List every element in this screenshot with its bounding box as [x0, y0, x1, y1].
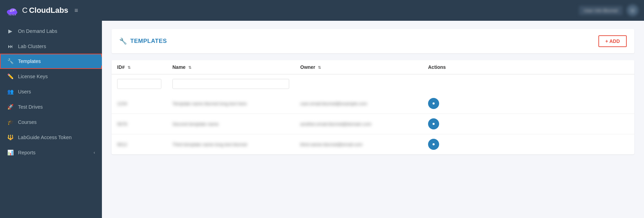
name-value-2: Second template name [172, 121, 219, 127]
user-avatar[interactable]: U [627, 4, 638, 16]
sidebar-label-test-drives: Test Drives [18, 104, 43, 110]
action-dot-1 [433, 102, 435, 105]
cell-owner-2: another.email.blurred@domain.com [295, 114, 423, 134]
action-dot-3 [433, 143, 435, 145]
cell-name-2: Second template name [167, 114, 295, 134]
rocket-icon: 🚀 [7, 104, 14, 110]
cluster-icon: ⏭ [7, 43, 14, 49]
table-filter-row [112, 74, 634, 94]
license-icon: ✏️ [7, 73, 14, 80]
sidebar-item-test-drives[interactable]: 🚀 Test Drives [0, 99, 102, 115]
page-title-area: 🔧 TEMPLATES [119, 37, 167, 45]
action-button-1[interactable] [428, 98, 439, 109]
svg-point-11 [11, 11, 12, 11]
cell-owner-3: third.owner.blurred@email.com [295, 134, 423, 155]
sidebar-item-courses[interactable]: 🎓 Courses [0, 115, 102, 130]
cell-actions-2 [423, 114, 634, 134]
cell-owner-1: user.email.blurred@example.com [295, 93, 423, 114]
col-header-name[interactable]: Name ⇅ [167, 60, 295, 74]
svg-point-12 [14, 10, 15, 11]
top-header: CCloudLabs ≡ User Info Blurred U [0, 0, 644, 21]
svg-rect-4 [9, 14, 10, 16]
sidebar-item-license-keys[interactable]: ✏️ License Keys [0, 69, 102, 84]
hamburger-icon[interactable]: ≡ [75, 7, 78, 14]
svg-rect-5 [10, 14, 11, 16]
reports-collapse-icon: ‹ [94, 150, 95, 155]
owner-value-3: third.owner.blurred@email.com [300, 142, 362, 147]
action-button-2[interactable] [428, 118, 439, 129]
sidebar-label-license-keys: License Keys [18, 74, 48, 79]
user-info: User Info Blurred [579, 6, 623, 15]
id-value-2: 5678 [117, 121, 127, 127]
header-right: User Info Blurred U [579, 4, 638, 16]
courses-icon: 🎓 [7, 119, 14, 125]
users-icon: 👥 [7, 89, 14, 95]
sidebar: ▶ On Demand Labs ⏭ Lab Clusters 🔧 Templa… [0, 21, 102, 218]
name-value-3: Third template name long text blurred [172, 142, 247, 147]
filter-cell-id [112, 74, 167, 94]
sort-name-icon: ⇅ [188, 65, 191, 70]
cell-name-3: Third template name long text blurred [167, 134, 295, 155]
token-icon: 🔱 [7, 134, 14, 140]
sidebar-label-courses: Courses [18, 119, 37, 125]
sort-owner-icon: ⇅ [318, 65, 321, 70]
page-title-icon: 🔧 [119, 37, 127, 45]
cell-id-1: 1234 [112, 93, 167, 114]
page-header: 🔧 TEMPLATES + ADD [112, 29, 634, 53]
svg-rect-8 [15, 14, 16, 16]
sidebar-item-lab-clusters[interactable]: ⏭ Lab Clusters [0, 39, 102, 54]
sidebar-label-on-demand-labs: On Demand Labs [18, 28, 57, 34]
id-value-3: 9012 [117, 142, 127, 147]
page-title: TEMPLATES [130, 38, 167, 45]
sidebar-item-templates[interactable]: 🔧 Templates [0, 54, 102, 69]
templates-table: ID# ⇅ Name ⇅ Owner ⇅ Actions [112, 60, 634, 154]
main-content: 🔧 TEMPLATES + ADD ID# ⇅ Name ⇅ [102, 21, 644, 218]
action-dot-2 [433, 123, 435, 125]
sidebar-item-users[interactable]: 👥 Users [0, 84, 102, 99]
col-header-actions: Actions [423, 60, 634, 74]
table-header-row: ID# ⇅ Name ⇅ Owner ⇅ Actions [112, 60, 634, 74]
name-value-1: Template name blurred long text here [172, 101, 247, 106]
cell-id-2: 5678 [112, 114, 167, 134]
cell-name-1: Template name blurred long text here [167, 93, 295, 114]
sidebar-item-labguide-access-token[interactable]: 🔱 LabGuide Access Token [0, 130, 102, 145]
filter-cell-actions [423, 74, 634, 94]
sidebar-label-lab-clusters: Lab Clusters [18, 44, 46, 49]
col-header-id[interactable]: ID# ⇅ [112, 60, 167, 74]
table-row: 9012 Third template name long text blurr… [112, 134, 634, 155]
cell-actions-1 [423, 93, 634, 114]
sidebar-label-labguide-access-token: LabGuide Access Token [18, 135, 72, 140]
cell-actions-3 [423, 134, 634, 155]
reports-icon: 📊 [7, 149, 14, 156]
cell-id-3: 9012 [112, 134, 167, 155]
logo-area: CCloudLabs ≡ [6, 4, 78, 17]
filter-input-name[interactable] [172, 79, 289, 89]
svg-rect-7 [13, 14, 15, 16]
filter-cell-name [167, 74, 295, 94]
owner-value-2: another.email.blurred@domain.com [300, 121, 371, 127]
id-value-1: 1234 [117, 101, 127, 106]
main-layout: ▶ On Demand Labs ⏭ Lab Clusters 🔧 Templa… [0, 21, 644, 218]
wrench-icon: 🔧 [7, 58, 14, 64]
play-icon: ▶ [7, 28, 14, 34]
sidebar-label-reports: Reports [18, 150, 36, 155]
svg-rect-6 [12, 14, 13, 16]
filter-input-id[interactable] [117, 79, 161, 89]
owner-value-1: user.email.blurred@example.com [300, 101, 367, 106]
table-row: 1234 Template name blurred long text her… [112, 93, 634, 114]
sidebar-label-templates: Templates [18, 58, 41, 64]
sidebar-item-reports[interactable]: 📊 Reports ‹ [0, 145, 102, 160]
cloudlabs-logo-icon [6, 4, 19, 17]
templates-table-container: ID# ⇅ Name ⇅ Owner ⇅ Actions [112, 60, 634, 154]
sidebar-label-users: Users [18, 89, 31, 94]
sidebar-item-on-demand-labs[interactable]: ▶ On Demand Labs [0, 24, 102, 39]
col-header-owner[interactable]: Owner ⇅ [295, 60, 423, 74]
sort-id-icon: ⇅ [127, 65, 131, 70]
add-template-button[interactable]: + ADD [598, 35, 627, 47]
app-name: CCloudLabs [22, 6, 68, 15]
filter-cell-owner [295, 74, 423, 94]
table-row: 5678 Second template name another.email.… [112, 114, 634, 134]
action-button-3[interactable] [428, 139, 439, 150]
